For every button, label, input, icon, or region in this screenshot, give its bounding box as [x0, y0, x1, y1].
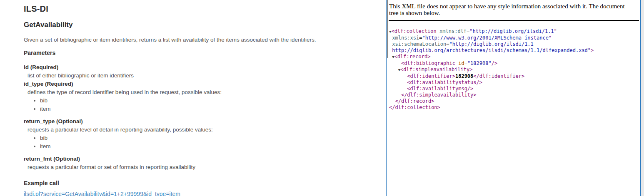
xml-token-tag: > [591, 47, 594, 53]
param-description: requests a particular format or set of f… [27, 163, 377, 171]
method-title: GetAvailability [24, 21, 377, 29]
param-values-list: bibitem [27, 134, 377, 151]
vertical-scrollbar[interactable] [641, 0, 644, 196]
xml-token-tag: <dlf:simpleavailability> [400, 67, 472, 72]
documentation-pane: ILS-DI GetAvailability Given a set of bi… [0, 0, 385, 196]
xml-line: <dlf:bibliographic id="182908"/> [389, 60, 639, 67]
xml-token-text: 182908 [455, 73, 473, 79]
xml-token-tag: /> [492, 60, 497, 66]
xml-token-tag: <dlf:availabilitymsg/> [407, 86, 473, 92]
xml-token-plain: = [464, 60, 467, 66]
xml-token-tag: </dlf:identifier> [473, 73, 524, 79]
xml-token-val: "http://www.w3.org/2001/XMLSchema-instan… [422, 35, 552, 41]
parameters-heading: Parameters [24, 50, 377, 56]
xml-no-style-notice: This XML file does not appear to have an… [389, 2, 639, 21]
panel-top-border [385, 1, 642, 1]
xml-viewer-content: This XML file does not appear to have an… [389, 2, 639, 111]
xml-token-plain: = [446, 41, 449, 47]
xml-line: <dlf:identifier>182908</dlf:identifier> [389, 73, 639, 79]
xml-token-tag: <dlf:availabilitystatus/> [407, 79, 482, 85]
xml-token-val: "182908" [467, 60, 492, 66]
param-values-list: bibitem [27, 97, 377, 113]
xml-token-plain [389, 67, 398, 72]
xml-no-style-notice-text: This XML file does not appear to have an… [389, 3, 633, 16]
xml-token-ns: xmlns:dlf [439, 28, 467, 34]
param-name: id_type (Required) [24, 80, 377, 88]
xml-line: <dlf:availabilitymsg/> [389, 86, 639, 92]
xml-token-plain [437, 28, 439, 34]
xml-token-tag: <dlf:record> [394, 54, 431, 60]
param-value-item: bib [40, 97, 377, 105]
page-title: ILS-DI [24, 4, 377, 14]
example-call-link[interactable]: ilsdi.pl?service=GetAvailability&id=1+2+… [24, 191, 180, 196]
xml-line: ▼<dlf:collection xmlns:dlf="http://digli… [389, 28, 639, 35]
xml-token-ns: xmlns:xsi [392, 35, 419, 41]
xml-token-plain [389, 92, 401, 98]
parameters-list: id (Required)list of either bibliographi… [24, 63, 377, 171]
example-call-heading: Example call [24, 180, 377, 186]
xml-token-plain [389, 60, 401, 66]
method-description: Given a set of bibliographic or item ide… [24, 37, 377, 43]
xml-token-val: http://diglib.org/architectures/ilsdi/sc… [392, 47, 591, 53]
param-value-item: item [40, 105, 377, 113]
panel-left-dark-segment [387, 0, 388, 58]
xml-token-tag: </dlf:record> [395, 98, 434, 104]
param-value-item: bib [40, 134, 377, 142]
xml-token-plain [389, 73, 407, 79]
xml-token-attr: id [458, 60, 464, 66]
param-description-text: defines the type of record identifier be… [27, 88, 377, 97]
param-description: list of either bibliographic or item ide… [27, 72, 377, 80]
panel-left-border [386, 0, 387, 196]
xml-token-tag: <dlf:collection [391, 28, 436, 34]
xml-token-tag: <dlf:bibliographic [401, 60, 455, 66]
param-description-text: list of either bibliographic or item ide… [27, 72, 377, 80]
xml-line: </dlf:collection> [389, 104, 639, 111]
example-call-line: ilsdi.pl?service=GetAvailability&id=1+2+… [24, 191, 377, 196]
xml-token-tag: </dlf:collection> [389, 104, 440, 110]
xml-line: xsi:schemaLocation="http://diglib.org/il… [389, 41, 639, 47]
xml-line: <dlf:availabilitystatus/> [389, 79, 639, 86]
param-name: return_fmt (Optional) [24, 155, 377, 163]
xml-line: </dlf:record> [389, 98, 639, 104]
xml-token-plain [389, 79, 407, 85]
param-description-text: requests a particular level of detail in… [27, 126, 377, 134]
xml-line: ▼<dlf:simpleavailability> [389, 67, 639, 73]
xml-token-tag: </dlf:simpleavailability> [401, 92, 477, 98]
xml-viewer-panel: This XML file does not appear to have an… [385, 0, 644, 196]
xml-token-tag: <dlf:identifier> [407, 73, 455, 79]
xml-token-plain [389, 98, 395, 104]
param-name: return_type (Optional) [24, 117, 377, 126]
param-description: defines the type of record identifier be… [27, 88, 377, 113]
xml-line: </dlf:simpleavailability> [389, 92, 639, 98]
param-name: id (Required) [24, 63, 377, 72]
xml-token-plain [389, 86, 407, 92]
param-value-item: item [40, 142, 377, 151]
param-description-text: requests a particular format or set of f… [27, 163, 377, 171]
xml-line: http://diglib.org/architectures/ilsdi/sc… [389, 47, 639, 54]
xml-token-plain: = [419, 35, 422, 41]
xml-line: ▼<dlf:record> [389, 54, 639, 60]
xml-tree: ▼<dlf:collection xmlns:dlf="http://digli… [389, 28, 639, 111]
param-description: requests a particular level of detail in… [27, 126, 377, 151]
xml-token-val: "http://diglib.org/ilsdi/1.1 [449, 41, 534, 47]
xml-token-ns: xsi:schemaLocation [392, 41, 446, 47]
xml-line: xmlns:xsi="http://www.w3.org/2001/XMLSch… [389, 35, 639, 41]
xml-token-val: "http://diglib.org/ilsdi/1.1" [469, 28, 557, 34]
